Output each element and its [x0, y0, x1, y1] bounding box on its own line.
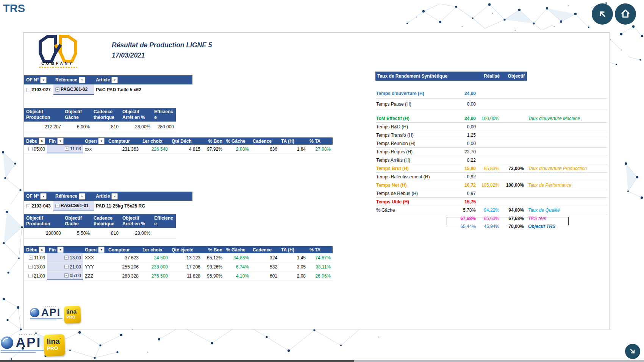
article-cell: P&C PAD Taille 5 x62: [94, 84, 192, 95]
collapse-icon[interactable]: −: [65, 147, 69, 151]
of-number-cell: −2103-027: [24, 84, 53, 95]
column-header: Objectif Gâche: [63, 214, 92, 228]
objectif-value-cell: 28,00%: [120, 122, 152, 132]
trs-objectif: 72,00%: [500, 166, 525, 171]
trs-value: 24,00: [447, 91, 477, 96]
production-cell: 93,26%: [202, 262, 224, 271]
column-header: Qté éjecté: [170, 246, 202, 253]
page-title: TRS: [3, 2, 25, 15]
production-cell: 26,06%: [308, 272, 333, 280]
api-logo-text: API: [41, 307, 61, 317]
objectif-values-row: 212 2076,00%81028,00%280 000: [24, 122, 176, 132]
lina-logo-text: lina': [66, 307, 78, 315]
nav-next-button[interactable]: [625, 344, 640, 359]
column-header: Compteur: [106, 137, 141, 145]
objectif-value-cell: 6,00%: [63, 122, 92, 132]
collapse-icon[interactable]: −: [26, 88, 30, 92]
filter-dropdown-icon[interactable]: ▼: [57, 138, 64, 144]
column-header: Compteur: [106, 246, 141, 253]
collapse-icon[interactable]: −: [64, 265, 69, 269]
trs-realise: 94,22%: [477, 208, 500, 213]
of-number-cell: −2103-043: [24, 201, 53, 211]
trs-row: Temps Pause (H)0,00: [375, 99, 607, 109]
filter-dropdown-icon[interactable]: ▼: [111, 77, 118, 83]
production-table-1: Début⇅Fin▼Operateur▼Compteur1er choixQté…: [24, 137, 333, 154]
filter-dropdown-icon[interactable]: ▼: [40, 77, 47, 83]
filter-dropdown-icon[interactable]: ▼: [98, 138, 105, 144]
nav-home-button[interactable]: [615, 3, 636, 25]
report-title: Résultat de Production LIGNE 5: [112, 40, 271, 50]
linapro-logo: lina' PRO: [64, 306, 81, 324]
production-cell: 2,08%: [224, 145, 251, 153]
trs-row: Temps R&D (H)0,00: [375, 123, 607, 131]
trs-row: % Gâche5,78%94,22%94,00%Taux de Qualité: [375, 206, 607, 214]
trs-row: Temps Transfo (H)1,25: [375, 131, 607, 139]
production-data-row: −21:00−05:00ZZZ288 328276 50011 82895,90…: [24, 272, 333, 281]
production-cell: 4,10%: [224, 272, 251, 280]
trs-objectif: 94,00%: [500, 208, 525, 213]
collapse-icon[interactable]: −: [28, 274, 33, 278]
production-cell: YYY: [83, 262, 106, 271]
trs-row: 67,68%65,63%67,68%TRS réel: [375, 214, 607, 222]
production-cell: −21:00: [24, 272, 47, 280]
filter-dropdown-icon[interactable]: ▼: [111, 193, 118, 200]
filter-dropdown-icon[interactable]: ▼: [98, 247, 105, 253]
collapse-icon[interactable]: −: [55, 87, 59, 92]
production-cell: 226 548: [141, 145, 170, 153]
column-header: % Gâche: [224, 137, 251, 145]
api-globe-icon: [1, 336, 13, 349]
trs-table: Taux de Rendement Synthétique Réalisé Ob…: [375, 72, 610, 81]
trs-label: Temps Pause (H): [375, 101, 447, 107]
production-table-2: Début⇅Fin▼Operateur▼Compteur1er choixQté…: [24, 246, 333, 281]
sort-icon[interactable]: ⇅: [39, 247, 45, 253]
filter-dropdown-icon[interactable]: ▼: [57, 247, 64, 253]
objectif-value-cell: 28,00%: [120, 228, 152, 238]
collapse-icon[interactable]: −: [28, 265, 33, 269]
trs-row: Temps Net (H)16,72105,82%100,00%Taux de …: [375, 181, 607, 189]
column-header: % Gâche: [224, 246, 251, 253]
api-logo: API: [30, 306, 63, 320]
production-data-row: −11:03−13:00XXX37 62324 50013 12365,12%3…: [24, 253, 333, 262]
trs-label: ToM Effectif (H): [375, 116, 447, 121]
sort-icon[interactable]: ⇅: [39, 138, 45, 144]
trs-row: ToM Effectif (H)24,00100,00%Taux d'ouver…: [375, 114, 607, 123]
column-header: Objectif Production: [24, 214, 63, 228]
trs-objectif: 100,00%: [500, 183, 525, 188]
production-cell: 74,67%: [308, 253, 333, 262]
trs-value: 15,75: [447, 199, 477, 204]
trs-value: 22,70: [447, 149, 477, 154]
production-cell: 6,74%: [224, 262, 251, 271]
collapse-icon[interactable]: −: [64, 273, 69, 278]
column-header: Fin▼: [47, 246, 83, 253]
column-header: Cadence théorique: [92, 108, 120, 122]
trs-realise: 65,83%: [477, 166, 500, 171]
objectif-value-cell: 5,50%: [63, 228, 92, 238]
trs-label: Temps Transfo (H): [375, 133, 447, 138]
collapse-icon[interactable]: −: [28, 147, 33, 151]
filter-dropdown-icon[interactable]: ▼: [79, 77, 85, 83]
collapse-icon[interactable]: −: [26, 204, 30, 208]
lina-logo-text: lina': [47, 335, 62, 346]
linapro-logo-footer: lina' PRO: [44, 334, 65, 356]
collapse-icon[interactable]: −: [55, 204, 59, 208]
production-cell: 601: [251, 272, 279, 280]
production-cell: 34,88%: [224, 253, 251, 262]
trs-note: Taux d'ouverture Producction: [525, 166, 607, 171]
trs-label: Temps de Rebus (H): [375, 191, 447, 196]
trs-label: Temps Requis (H): [375, 149, 447, 154]
filter-dropdown-icon[interactable]: ▼: [40, 193, 47, 200]
nav-back-button[interactable]: [592, 3, 613, 25]
filter-dropdown-icon[interactable]: ▼: [79, 193, 85, 200]
report-date: 17/03/2021: [112, 50, 271, 61]
trs-value: 8,22: [447, 158, 477, 163]
collapse-icon[interactable]: −: [64, 256, 69, 260]
column-header: Qté Déch: [170, 137, 202, 145]
production-cell: 532: [251, 262, 279, 271]
objectif-value-cell: 280000: [24, 228, 63, 238]
production-cell: −13:00: [47, 253, 83, 262]
column-header: 1er choix: [141, 137, 170, 145]
of-filter-table-2: OF N°▼Référence▼Article▼−2103-043−RAGCS6…: [24, 192, 192, 211]
trs-realise: 105,82%: [477, 183, 500, 188]
api-logo-footer: API: [1, 334, 44, 353]
collapse-icon[interactable]: −: [29, 256, 33, 260]
